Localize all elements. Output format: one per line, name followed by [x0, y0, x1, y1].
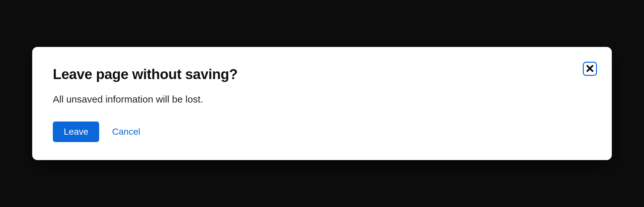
close-icon [585, 64, 594, 74]
close-button[interactable] [583, 62, 597, 76]
cancel-button[interactable]: Cancel [112, 127, 140, 137]
confirmation-dialog: Leave page without saving? All unsaved i… [32, 47, 612, 160]
dialog-body: All unsaved information will be lost. [53, 94, 591, 105]
dialog-actions: Leave Cancel [53, 122, 591, 142]
leave-button[interactable]: Leave [53, 122, 99, 142]
dialog-title: Leave page without saving? [53, 66, 591, 82]
